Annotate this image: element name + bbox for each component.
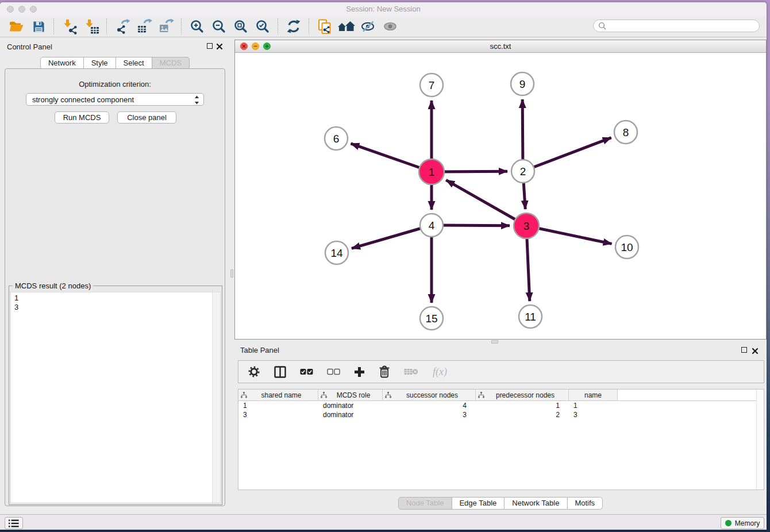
column-header-name[interactable]: name	[569, 390, 618, 400]
split-view-button[interactable]	[274, 366, 286, 378]
deselect-all-columns-button[interactable]	[327, 368, 340, 375]
column-header-shared-name[interactable]: shared name	[238, 390, 318, 400]
result-scrollbar[interactable]	[212, 292, 220, 503]
network-graph[interactable]: 1234678910111415	[235, 53, 766, 339]
tab-edge-table[interactable]: Edge Table	[451, 497, 505, 510]
add-column-button[interactable]	[354, 367, 365, 377]
memory-button[interactable]: Memory	[721, 517, 764, 529]
float-table-panel-button[interactable]	[741, 347, 747, 353]
import-network-button[interactable]	[59, 18, 80, 35]
table-cell[interactable]: 2	[476, 411, 569, 419]
close-panel-button[interactable]	[216, 42, 223, 52]
first-neighbors-button[interactable]	[336, 18, 357, 35]
delete-column-button[interactable]	[379, 365, 390, 378]
node-label: 2	[520, 165, 526, 178]
vertical-splitter[interactable]	[230, 37, 234, 514]
table-cell[interactable]: 3	[383, 411, 476, 419]
refresh-icon	[286, 19, 301, 34]
hierarchy-icon	[321, 392, 327, 398]
column-header-predecessor-nodes[interactable]: predecessor nodes	[476, 390, 569, 400]
graph-node-9[interactable]: 9	[511, 72, 534, 95]
close-icon	[752, 348, 759, 354]
status-bar: Memory	[0, 514, 767, 530]
eye-icon	[383, 19, 398, 34]
float-panel-button[interactable]	[207, 43, 213, 49]
table-cell[interactable]: 3	[238, 411, 318, 419]
run-mcds-button[interactable]: Run MCDS	[55, 111, 109, 124]
table-cell[interactable]: 1	[569, 402, 618, 410]
delete-table-button[interactable]	[404, 368, 419, 376]
column-header-MCDS-role[interactable]: MCDS role	[318, 390, 383, 400]
clone-network-button[interactable]	[314, 18, 336, 35]
edge-3-1[interactable]	[446, 180, 526, 226]
mcds-result-box[interactable]: 13	[10, 292, 221, 503]
zoom-selected-button[interactable]	[252, 18, 274, 35]
close-panel-button-mcds[interactable]: Close panel	[117, 111, 176, 124]
graph-node-15[interactable]: 15	[420, 307, 443, 330]
list-icon	[9, 519, 19, 527]
export-image-button[interactable]	[155, 18, 177, 35]
save-session-button[interactable]	[28, 18, 49, 35]
tab-select[interactable]: Select	[116, 57, 152, 70]
task-history-button[interactable]	[5, 517, 23, 529]
mcds-result-title: MCDS result (2 nodes)	[13, 282, 93, 290]
edge-2-8[interactable]	[523, 138, 611, 171]
close-icon	[216, 43, 223, 50]
table-cell[interactable]: 3	[569, 411, 618, 419]
export-table-button[interactable]	[133, 18, 155, 35]
network-canvas[interactable]: 1234678910111415	[235, 53, 766, 339]
import-table-button[interactable]	[80, 18, 102, 35]
tab-network-table[interactable]: Network Table	[504, 497, 567, 510]
control-panel-tabs: NetworkStyleSelectMCDS	[0, 57, 230, 70]
function-builder-button[interactable]: f(x)	[433, 366, 447, 378]
graph-node-6[interactable]: 6	[325, 127, 348, 150]
edge-4-14[interactable]	[352, 225, 432, 248]
horizontal-splitter[interactable]	[234, 340, 767, 344]
splitter-handle[interactable]	[230, 269, 233, 277]
tab-motifs[interactable]: Motifs	[567, 497, 603, 510]
tab-style[interactable]: Style	[83, 57, 116, 70]
table-cell[interactable]: 1	[476, 402, 569, 410]
graph-node-1[interactable]: 1	[419, 159, 444, 184]
show-all-button[interactable]	[379, 18, 401, 35]
graph-node-4[interactable]: 4	[420, 214, 443, 237]
tab-node-table[interactable]: Node Table	[398, 497, 452, 510]
table-scrollbar[interactable]	[756, 390, 764, 489]
graph-node-11[interactable]: 11	[519, 305, 542, 328]
graph-node-10[interactable]: 10	[615, 236, 638, 259]
splitter-handle[interactable]	[491, 340, 498, 344]
table-cell[interactable]: 1	[238, 402, 318, 410]
zoom-in-button[interactable]	[186, 18, 208, 35]
hierarchy-icon	[478, 392, 484, 398]
select-all-columns-button[interactable]	[300, 368, 313, 375]
search-field[interactable]	[593, 20, 760, 32]
column-header-successor-nodes[interactable]: successor nodes	[383, 390, 476, 400]
zoom-out-button[interactable]	[208, 18, 230, 35]
table-row[interactable]: 1dominator411	[238, 401, 764, 410]
control-panel-title: Control Panel	[7, 43, 52, 51]
hide-selected-button[interactable]	[357, 18, 379, 35]
tab-mcds[interactable]: MCDS	[152, 57, 190, 70]
graph-node-8[interactable]: 8	[614, 121, 637, 144]
node-label: 3	[523, 220, 530, 232]
table-cell[interactable]: dominator	[318, 402, 383, 410]
network-window-titlebar[interactable]: scc.txt	[235, 40, 766, 53]
graph-node-14[interactable]: 14	[325, 241, 348, 264]
open-session-button[interactable]	[6, 18, 28, 35]
table-cell[interactable]: 4	[383, 402, 476, 410]
column-label: MCDS role	[327, 391, 380, 399]
table-cell[interactable]: dominator	[318, 411, 383, 419]
graph-node-2[interactable]: 2	[511, 160, 534, 183]
apply-layout-button[interactable]	[283, 18, 305, 35]
close-table-panel-button[interactable]	[752, 346, 759, 357]
optimization-criterion-dropdown[interactable]: strongly connected component	[26, 93, 204, 106]
search-input[interactable]	[609, 21, 754, 30]
table-row[interactable]: 3dominator323	[238, 410, 764, 419]
clone-network-icon	[317, 19, 333, 34]
export-network-button[interactable]	[111, 18, 133, 35]
column-settings-button[interactable]	[248, 365, 260, 378]
tab-network[interactable]: Network	[40, 57, 84, 70]
graph-node-7[interactable]: 7	[420, 74, 443, 97]
zoom-fit-button[interactable]	[230, 18, 252, 35]
graph-node-3[interactable]: 3	[514, 213, 539, 238]
